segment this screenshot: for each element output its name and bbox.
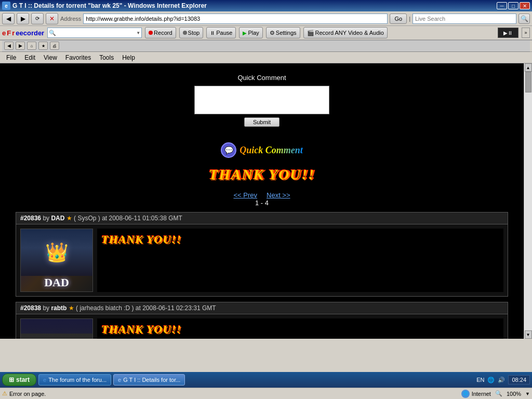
view-menu[interactable]: View bbox=[39, 53, 61, 62]
scrollbar[interactable]: ▲ ▼ bbox=[524, 63, 532, 339]
status-left: ⚠ Error on page. bbox=[2, 390, 46, 397]
comment-timestamp-20836: 2008-06-11 01:05:38 GMT bbox=[109, 215, 182, 222]
record-any-button[interactable]: 🎬 Record ANY Video & Audio bbox=[303, 27, 388, 38]
next-link[interactable]: Next >> bbox=[267, 191, 290, 199]
back-small-button[interactable]: ◀ bbox=[4, 42, 14, 50]
search-icon: 🔍 bbox=[49, 30, 56, 36]
back-button[interactable]: ◀ bbox=[2, 13, 15, 24]
zone-text: Internet bbox=[472, 391, 491, 397]
scroll-track[interactable] bbox=[525, 72, 532, 330]
media-controls[interactable]: ▶⏸ bbox=[498, 28, 518, 38]
page-range: 1 - 4 bbox=[255, 199, 269, 207]
comment-box-20836: #20836 by DAD ★ ( SysOp ) at 2008-06-11 … bbox=[16, 212, 508, 297]
file-menu-bar: File Edit View Favorites Tools Help bbox=[0, 52, 532, 63]
ie-icon: e bbox=[2, 2, 10, 10]
comment-timestamp-20838: 2008-06-11 02:23:31 GMT bbox=[142, 304, 216, 312]
comment-extra-text-20838: jarheads biatch :D bbox=[79, 304, 130, 312]
menu-bar: ◀ ▶ ⌂ ★ 🖨 bbox=[0, 41, 532, 52]
minimize-button[interactable]: ─ bbox=[497, 2, 507, 9]
taskbar-item-0[interactable]: e The forum of the foru... bbox=[38, 374, 111, 385]
pagination: << Prev Next >> 1 - 4 bbox=[0, 191, 524, 207]
comment-thankyou-20836: THANK YOU!! bbox=[101, 233, 181, 246]
quick-comment-title: Quick Comment bbox=[0, 74, 524, 82]
ie-taskbar-icon-0: e bbox=[43, 377, 46, 383]
quick-comment-section: Quick Comment Submit bbox=[0, 63, 524, 132]
taskbar-item-1[interactable]: e G T I :: Details for tor... bbox=[113, 374, 185, 385]
forward-button[interactable]: ▶ bbox=[17, 13, 29, 24]
comment-id-20838: #20838 bbox=[20, 304, 41, 312]
play-label: Play bbox=[248, 30, 259, 36]
thankyou-text: THANK YOU!! bbox=[198, 163, 325, 186]
comment-header-20836: #20836 by DAD ★ ( SysOp ) at 2008-06-11 … bbox=[16, 212, 508, 224]
submit-button[interactable]: Submit bbox=[244, 117, 280, 127]
pause-icon: ⏸ bbox=[210, 30, 215, 36]
edit-menu[interactable]: Edit bbox=[20, 53, 39, 62]
maximize-button[interactable]: □ bbox=[508, 2, 518, 9]
zoom-dropdown[interactable]: ▼ bbox=[525, 391, 530, 396]
avatar2-bg: 🦅 bbox=[21, 334, 92, 339]
warning-icon: ⚠ bbox=[2, 390, 7, 397]
stop-button[interactable]: ✕ bbox=[46, 13, 58, 24]
comment-textarea[interactable] bbox=[194, 86, 329, 114]
comment-extra-20838: ( bbox=[76, 304, 78, 312]
comment-avatar-20836: 👑 DAD bbox=[20, 229, 93, 292]
refresh-button[interactable]: ⟳ bbox=[31, 13, 44, 24]
expand-icon: » bbox=[524, 30, 527, 35]
comment-bubble-icon: 💬 bbox=[221, 142, 236, 158]
address-label: Address bbox=[60, 16, 81, 22]
record-button[interactable]: Record bbox=[145, 27, 176, 38]
go-button[interactable]: Go bbox=[390, 14, 407, 24]
start-button[interactable]: ⊞ start bbox=[2, 374, 36, 386]
toolbar-expand-button[interactable]: » bbox=[522, 28, 530, 38]
thankyou-banner: THANK YOU!! bbox=[0, 163, 524, 186]
stop-label: Stop bbox=[188, 30, 200, 36]
search-button[interactable]: 🔍 bbox=[518, 14, 530, 24]
network-icon: 🌐 bbox=[487, 377, 495, 383]
address-input[interactable] bbox=[83, 14, 388, 24]
search-input[interactable] bbox=[413, 14, 516, 24]
settings-button[interactable]: ⚙ Settings bbox=[266, 27, 300, 38]
freecorder-search-box[interactable]: 🔍 ▼ bbox=[47, 28, 142, 38]
tools-menu[interactable]: Tools bbox=[95, 53, 118, 62]
dropdown-arrow-icon[interactable]: ▼ bbox=[136, 31, 140, 35]
comment-by-label: by bbox=[43, 215, 51, 222]
scroll-up-button[interactable]: ▲ bbox=[525, 63, 532, 72]
close-button[interactable]: ✕ bbox=[520, 2, 530, 9]
home-small-button[interactable]: ⌂ bbox=[27, 42, 36, 50]
pause-button[interactable]: ⏸ Pause bbox=[206, 27, 236, 38]
address-bar: ◀ ▶ ⟳ ✕ Address Go | 🔍 bbox=[0, 11, 532, 26]
fav-small-button[interactable]: ★ bbox=[38, 42, 48, 50]
comment-header-20838: #20838 by rabtb ★ ( jarheads biatch :D )… bbox=[16, 302, 508, 314]
window-controls: ─ □ ✕ bbox=[497, 2, 530, 9]
fwd-small-button[interactable]: ▶ bbox=[16, 42, 25, 50]
record-any-label: Record ANY Video & Audio bbox=[315, 30, 384, 36]
quick-comment-icon-section: 💬 Quick Comment bbox=[0, 142, 524, 158]
comment-body-20838: 🦅 THANK YOU!! bbox=[16, 314, 508, 339]
scroll-down-button[interactable]: ▼ bbox=[525, 330, 532, 339]
taskbar-right: EN 🌐 🔊 08:24 bbox=[476, 375, 530, 384]
bubble-q-icon: 💬 bbox=[224, 146, 233, 154]
comment-body-20836: 👑 DAD THANK YOU!! bbox=[16, 224, 508, 296]
print-small-button[interactable]: 🖨 bbox=[50, 42, 59, 50]
main-content[interactable]: Quick Comment Submit 💬 Quick Comment THA… bbox=[0, 63, 524, 339]
play-button[interactable]: ▶ Play bbox=[239, 27, 262, 38]
help-menu[interactable]: Help bbox=[118, 53, 139, 62]
record-dot-icon bbox=[149, 31, 153, 35]
record-label: Record bbox=[154, 30, 172, 36]
media-icon: ▶⏸ bbox=[503, 30, 513, 36]
prev-link[interactable]: << Prev bbox=[233, 191, 257, 199]
taskbar: ⊞ start e The forum of the foru... e G T… bbox=[0, 372, 532, 388]
freecorder-search-input[interactable] bbox=[57, 30, 135, 36]
comment-author-20838: rabtb bbox=[51, 304, 66, 312]
globe-icon: 🌐 bbox=[461, 390, 470, 398]
status-bar: ⚠ Error on page. 🌐 Internet 🔍 100% ▼ bbox=[0, 388, 532, 399]
scroll-thumb[interactable] bbox=[525, 72, 531, 92]
file-menu[interactable]: File bbox=[2, 53, 20, 62]
favorites-menu[interactable]: Favorites bbox=[61, 53, 95, 62]
system-clock: 08:24 bbox=[508, 375, 530, 384]
stop-button[interactable]: Stop bbox=[179, 27, 204, 38]
quick-comment-logo-text: Quick Comment bbox=[240, 145, 303, 156]
zoom-icon: 🔍 bbox=[495, 390, 502, 397]
windows-logo-icon: ⊞ bbox=[9, 376, 14, 383]
zone-indicator: 🌐 Internet bbox=[461, 390, 491, 398]
